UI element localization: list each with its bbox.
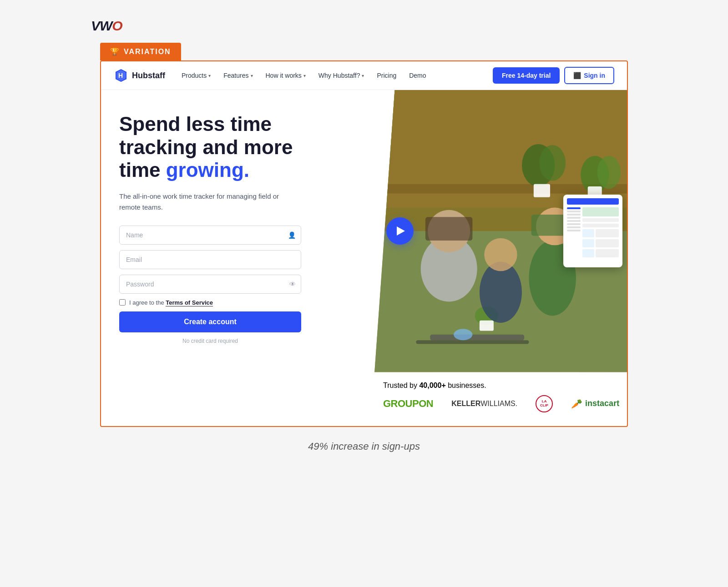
mockup-line bbox=[567, 220, 581, 222]
vwo-header: VWO bbox=[91, 14, 637, 38]
video-play-button[interactable] bbox=[386, 217, 414, 245]
svg-rect-12 bbox=[534, 184, 550, 197]
play-btn-circle[interactable] bbox=[386, 217, 414, 245]
nav-pricing-label: Pricing bbox=[377, 72, 396, 79]
terms-link[interactable]: Terms of Service bbox=[166, 299, 213, 306]
chevron-down-icon: ▾ bbox=[303, 73, 306, 78]
hero-subtext: The all-in-one work time tracker for man… bbox=[119, 191, 292, 213]
variation-badge: 🏆 VARIATION bbox=[100, 43, 181, 60]
headline-line1: Spend less time bbox=[119, 113, 272, 135]
nav-why-label: Why Hubstaff? bbox=[318, 72, 360, 79]
clippers-logo: LACLIP bbox=[536, 395, 553, 412]
mockup-avatar bbox=[582, 229, 594, 237]
trophy-icon: 🏆 bbox=[110, 47, 120, 56]
mockup-line bbox=[567, 214, 581, 216]
headline-line3-plain: time bbox=[119, 159, 166, 181]
password-input-wrapper: 👁 bbox=[119, 275, 301, 294]
trusted-suffix: businesses. bbox=[446, 381, 486, 389]
mockup-content-right bbox=[582, 207, 619, 257]
mockup-line bbox=[567, 207, 581, 209]
nav-item-products[interactable]: Products ▾ bbox=[176, 68, 216, 83]
mockup-line bbox=[567, 217, 581, 219]
nav-item-pricing[interactable]: Pricing bbox=[371, 68, 402, 83]
stat-value: 49% increase in sign-ups bbox=[308, 441, 420, 452]
name-input-wrapper: 👤 bbox=[119, 226, 301, 245]
nav-item-why-hubstaff[interactable]: Why Hubstaff? ▾ bbox=[313, 68, 370, 83]
groupon-logo: GROUPON bbox=[383, 398, 433, 410]
terms-checkbox[interactable] bbox=[119, 299, 126, 306]
hero-section: Spend less time tracking and more time g… bbox=[101, 90, 627, 372]
vwo-o: O bbox=[112, 18, 122, 33]
nav-item-demo[interactable]: Demo bbox=[404, 68, 431, 83]
nav-how-label: How it works bbox=[266, 72, 302, 79]
nav-products-label: Products bbox=[182, 72, 207, 79]
variation-label: VARIATION bbox=[124, 48, 171, 56]
headline-highlight: growing. bbox=[166, 159, 249, 181]
trusted-section: Trusted by 40,000+ businesses. GROUPON K… bbox=[101, 372, 627, 426]
svg-point-22 bbox=[484, 238, 517, 271]
svg-rect-24 bbox=[416, 340, 529, 344]
mockup-text bbox=[596, 229, 619, 237]
terms-row: I agree to the Terms of Service bbox=[119, 299, 301, 306]
svg-rect-23 bbox=[430, 335, 524, 340]
nav-item-how-it-works[interactable]: How it works ▾ bbox=[260, 68, 311, 83]
logos-row: GROUPON KELLERWILLIAMS. LACLIP 🥕 instaca… bbox=[383, 395, 628, 412]
svg-rect-14 bbox=[480, 321, 494, 331]
dashboard-mockup bbox=[563, 195, 622, 267]
trusted-text: Trusted by 40,000+ businesses. bbox=[383, 381, 628, 390]
svg-point-10 bbox=[539, 145, 566, 181]
trusted-prefix: Trusted by bbox=[383, 381, 419, 389]
email-input-wrapper bbox=[119, 250, 301, 269]
mockup-text bbox=[596, 249, 619, 257]
mockup-row bbox=[582, 239, 619, 247]
svg-point-8 bbox=[597, 156, 621, 189]
mockup-content-block bbox=[582, 224, 619, 227]
mockup-row bbox=[582, 229, 619, 237]
email-input[interactable] bbox=[119, 250, 301, 269]
trusted-count: 40,000+ bbox=[419, 381, 445, 389]
free-trial-button[interactable]: Free 14-day trial bbox=[493, 67, 560, 84]
brand-logo[interactable]: H Hubstaff bbox=[114, 68, 165, 83]
clippers-badge: LACLIP bbox=[536, 395, 553, 412]
main-container: H Hubstaff Products ▾ Features ▾ How it … bbox=[100, 60, 628, 427]
mockup-row bbox=[582, 249, 619, 257]
mockup-line bbox=[567, 223, 581, 225]
play-icon bbox=[397, 226, 405, 236]
hero-image bbox=[374, 90, 627, 372]
create-account-button[interactable]: Create account bbox=[119, 311, 301, 332]
hubstaff-icon: H bbox=[114, 68, 128, 83]
mockup-text bbox=[596, 239, 619, 247]
mockup-avatar bbox=[582, 249, 594, 257]
name-icon: 👤 bbox=[288, 231, 296, 239]
name-input[interactable] bbox=[119, 226, 301, 245]
svg-point-25 bbox=[454, 329, 472, 340]
sign-in-button[interactable]: ⬛ Sign in bbox=[564, 67, 614, 84]
mockup-line bbox=[567, 230, 581, 231]
mockup-body bbox=[567, 207, 619, 257]
hero-left: Spend less time tracking and more time g… bbox=[101, 90, 374, 372]
brand-name: Hubstaff bbox=[132, 71, 165, 80]
chevron-down-icon: ▾ bbox=[251, 73, 253, 78]
signin-icon: ⬛ bbox=[573, 72, 581, 79]
vwo-logo: VWO bbox=[91, 18, 637, 34]
variation-wrapper: 🏆 VARIATION H Hubstaff Products ▾ bbox=[100, 43, 628, 427]
navbar: H Hubstaff Products ▾ Features ▾ How it … bbox=[101, 61, 627, 90]
mockup-content-block bbox=[582, 207, 619, 216]
svg-rect-17 bbox=[425, 217, 472, 241]
keller-williams-logo: KELLERWILLIAMS. bbox=[451, 400, 517, 408]
nav-item-features[interactable]: Features ▾ bbox=[218, 68, 258, 83]
mockup-avatar bbox=[582, 239, 594, 247]
chevron-down-icon: ▾ bbox=[208, 73, 211, 78]
mockup-line bbox=[567, 211, 581, 212]
nav-demo-label: Demo bbox=[409, 72, 426, 79]
stat-text: 49% increase in sign-ups bbox=[308, 441, 420, 452]
mockup-line bbox=[567, 226, 581, 228]
mockup-header-bar bbox=[567, 198, 619, 205]
clippers-text: LACLIP bbox=[540, 400, 548, 408]
kw-williams: WILLIAMS. bbox=[480, 400, 517, 407]
nav-cta: Free 14-day trial ⬛ Sign in bbox=[493, 67, 614, 84]
password-input[interactable] bbox=[119, 275, 301, 294]
password-toggle-icon[interactable]: 👁 bbox=[289, 281, 296, 288]
terms-label: I agree to the Terms of Service bbox=[129, 299, 213, 306]
instacart-text: instacart bbox=[585, 399, 619, 408]
